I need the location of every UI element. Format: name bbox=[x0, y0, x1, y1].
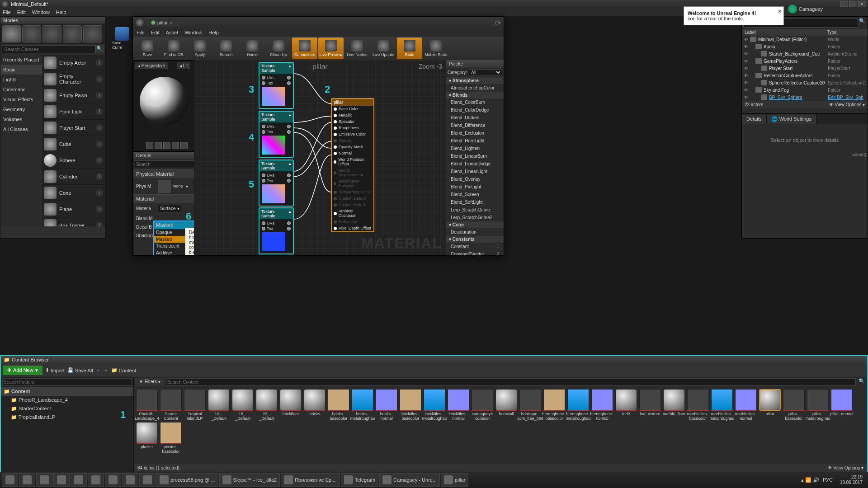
output-pin-specular[interactable]: Specular bbox=[332, 118, 373, 125]
category-recently-placed[interactable]: Recently Placed bbox=[0, 55, 42, 65]
palette-item[interactable]: Blend_Overlay bbox=[446, 175, 504, 183]
category-geometry[interactable]: Geometry bbox=[0, 104, 42, 114]
output-pin-custom-data-1[interactable]: Custom Data 1 bbox=[332, 202, 373, 208]
output-pin-pixel-depth-offset[interactable]: Pixel Depth Offset bbox=[332, 225, 373, 231]
output-pin-opacity-mask[interactable]: Opacity Mask bbox=[332, 144, 373, 150]
search-folders-input[interactable] bbox=[2, 378, 132, 386]
palette-item[interactable]: Blend_LinearLight bbox=[446, 168, 504, 175]
close-button[interactable]: × bbox=[858, 1, 866, 7]
save-all-button[interactable]: 💾 Save All bbox=[67, 367, 93, 373]
actor-plane[interactable]: Planei bbox=[42, 201, 105, 217]
mat-menu-asset[interactable]: Asset bbox=[166, 30, 179, 35]
asset-item[interactable]: bricktiles_basecolor bbox=[399, 389, 422, 421]
texture-sample-node-2[interactable]: Texture Sample▴ UVs Tex bbox=[259, 111, 294, 158]
mat-menu-file[interactable]: File bbox=[137, 30, 145, 35]
palette-item[interactable]: Blend_Lighten bbox=[446, 145, 504, 152]
taskbar-item[interactable]: pillar bbox=[441, 473, 468, 487]
asset-item[interactable]: hdrmape_com_free_069Ref bbox=[519, 389, 542, 421]
asset-item[interactable]: marbletiles_metalroughao bbox=[711, 389, 733, 421]
actor-cone[interactable]: Conei bbox=[42, 185, 105, 201]
palette-item[interactable]: Blend_Exclusion bbox=[446, 129, 504, 137]
info-icon[interactable]: i bbox=[96, 222, 103, 227]
output-pin-subsurface-color[interactable]: Subsurface Color bbox=[332, 189, 373, 195]
mat-menu-edit[interactable]: Edit bbox=[151, 30, 160, 35]
material-output-node[interactable]: pillar Base ColorMetallicSpecularRoughne… bbox=[331, 98, 374, 232]
palette-section-atmosphere[interactable]: ▾ Atmosphere bbox=[446, 77, 504, 84]
connectors-button[interactable]: Connectors bbox=[292, 38, 317, 59]
palette-section-blends[interactable]: ▾ Blends bbox=[446, 92, 504, 99]
dropdown-arrow-icon[interactable]: ▾ bbox=[186, 184, 188, 189]
lit-button[interactable]: ◂ Lit bbox=[177, 62, 190, 69]
palette-section-color[interactable]: ▾ Color bbox=[446, 221, 504, 228]
details-tab[interactable]: Details bbox=[742, 114, 767, 124]
asset-item[interactable]: herringbone_normal bbox=[591, 389, 613, 421]
search-icon[interactable]: 🔍 bbox=[95, 45, 104, 53]
info-icon[interactable]: i bbox=[96, 141, 103, 148]
actor-sphere[interactable]: Spherei bbox=[42, 152, 105, 169]
asset-item[interactable]: plaster_basecolor bbox=[160, 422, 182, 454]
apply-button[interactable]: Apply bbox=[187, 38, 212, 59]
palette-item[interactable]: Blend_LinearDodge bbox=[446, 160, 504, 168]
mat-menu-window[interactable]: Window bbox=[184, 30, 202, 35]
phys-thumb[interactable] bbox=[158, 180, 170, 192]
palette-item[interactable]: Blend_Difference bbox=[446, 122, 504, 129]
asset-item[interactable]: herringbone_basecolor bbox=[543, 389, 566, 421]
palette-item[interactable]: Blend_SoftLight bbox=[446, 198, 504, 206]
path-folder[interactable]: 📁 Content bbox=[111, 367, 137, 373]
menu-help[interactable]: Help bbox=[56, 9, 66, 15]
sphere-shape-button[interactable] bbox=[155, 142, 162, 149]
outliner-row[interactable]: 👁AudioFolder bbox=[742, 43, 868, 50]
outliner-row[interactable]: 👁Minimal_Default (Editor)World bbox=[742, 36, 868, 43]
plane-shape-button[interactable] bbox=[163, 142, 170, 149]
mat-maximize-button[interactable]: □ bbox=[495, 20, 498, 25]
taskbar-item[interactable]: Camaguey - Unre... bbox=[379, 473, 440, 487]
asset-item[interactable]: lod2 bbox=[615, 389, 637, 421]
stats-button[interactable]: Stats bbox=[397, 38, 422, 59]
asset-item[interactable]: bricks bbox=[303, 389, 326, 421]
palette-item[interactable]: AtmosphericFogColor bbox=[446, 84, 504, 92]
taskbar-item[interactable]: Skype™ - ice_killa2 bbox=[219, 473, 280, 487]
asset-item[interactable]: frontwall bbox=[495, 389, 518, 421]
asset-item[interactable]: pillar_normal bbox=[830, 389, 853, 421]
material-section[interactable]: Material bbox=[133, 194, 194, 203]
actor-empty-pawn[interactable]: Empty Pawni bbox=[42, 87, 105, 103]
palette-item[interactable]: Constant1 bbox=[446, 243, 504, 250]
details-search-input[interactable] bbox=[135, 160, 194, 168]
outliner-view-options[interactable]: 👁 View Options ▾ bbox=[829, 102, 865, 107]
info-icon[interactable]: i bbox=[96, 59, 103, 66]
actor-empty-character[interactable]: Empty Characteri bbox=[42, 71, 105, 87]
asset-item[interactable]: bricks_basecolor bbox=[327, 389, 350, 421]
tree-root[interactable]: 📁 Content bbox=[1, 387, 133, 396]
live-update-button[interactable]: Live Update bbox=[371, 38, 396, 59]
taskbar-item[interactable] bbox=[88, 473, 104, 487]
texture-sample-node-1[interactable]: Texture Sample▴ UVs Tex bbox=[259, 62, 294, 109]
texture-sample-node-3[interactable]: Texture Sample▴ UVs Tex bbox=[259, 160, 294, 206]
outliner-row[interactable]: 👁Sky and FogFolder bbox=[742, 86, 868, 94]
add-new-button[interactable]: ✚ Add New ▾ bbox=[3, 366, 42, 375]
tree-item[interactable]: 📁 StarterContent bbox=[1, 404, 133, 413]
palette-section-constants[interactable]: ▾ Constants bbox=[446, 236, 504, 243]
palette-item[interactable]: Blend_ColorDodge bbox=[446, 106, 504, 114]
palette-category-select[interactable]: All bbox=[469, 69, 502, 76]
perspective-button[interactable]: ◂ Perspective bbox=[135, 62, 168, 69]
tree-item[interactable]: 📁 PhotoR_Landscape_4 bbox=[1, 396, 133, 404]
mat-tab[interactable]: pillar × bbox=[147, 19, 181, 27]
asset-item[interactable]: bricks_normal bbox=[375, 389, 398, 421]
output-pin-world-position-offset[interactable]: World Position Offset bbox=[332, 156, 373, 167]
info-icon[interactable]: i bbox=[96, 206, 103, 213]
nav-back-button[interactable]: ← bbox=[96, 368, 101, 373]
minimize-button[interactable]: _ bbox=[840, 1, 848, 7]
taskbar-item[interactable] bbox=[53, 473, 70, 487]
output-pin-ambient-occlusion[interactable]: Ambient Occlusion bbox=[332, 208, 373, 219]
info-icon[interactable]: i bbox=[96, 75, 103, 83]
save-button[interactable]: Save bbox=[135, 38, 160, 59]
cb-view-options[interactable]: 👁 View Options ▾ bbox=[828, 465, 863, 470]
taskbar-item[interactable]: process58.png @ ... bbox=[156, 473, 218, 487]
palette-item[interactable]: Blend_PinLight bbox=[446, 183, 504, 191]
palette-item[interactable]: Blend_ColorBurn bbox=[446, 99, 504, 106]
palette-item[interactable]: Blend_Darken bbox=[446, 114, 504, 122]
actor-empty-actor[interactable]: Empty Actori bbox=[42, 55, 105, 71]
taskbar-item[interactable] bbox=[2, 473, 18, 487]
search-icon[interactable]: 🔍 bbox=[858, 18, 866, 28]
output-pin-world-displacement[interactable]: World Displacement bbox=[332, 167, 373, 178]
